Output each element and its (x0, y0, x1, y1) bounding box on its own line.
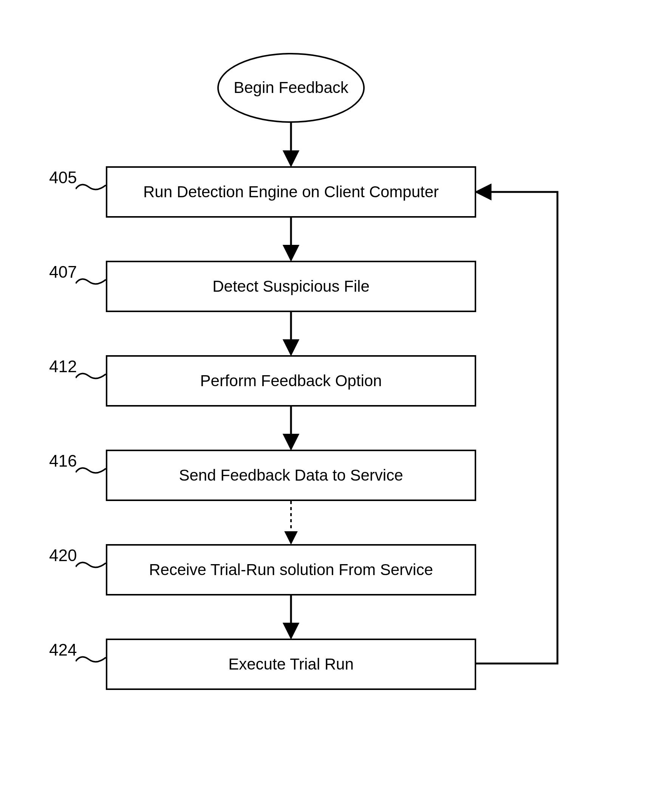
flowchart-canvas: Begin Feedback Run Detection Engine on C… (0, 0, 647, 812)
step-407-ref: 407 (49, 263, 77, 281)
edge-424-405-loop (476, 192, 557, 664)
step-416-leader (76, 463, 106, 478)
step-420-ref: 420 (49, 546, 77, 565)
step-407-text: Detect Suspicious File (212, 277, 370, 296)
step-424-text: Execute Trial Run (228, 655, 354, 674)
step-416-ref: 416 (49, 452, 77, 470)
step-412-ref: 412 (49, 357, 77, 376)
step-424: Execute Trial Run (106, 639, 476, 690)
step-405: Run Detection Engine on Client Computer (106, 166, 476, 218)
step-405-leader (76, 179, 106, 195)
step-420: Receive Trial-Run solution From Service (106, 544, 476, 595)
step-424-ref: 424 (49, 640, 77, 659)
step-420-leader (76, 557, 106, 572)
start-node: Begin Feedback (217, 53, 365, 123)
step-412: Perform Feedback Option (106, 355, 476, 407)
step-407-leader (76, 274, 106, 289)
step-405-ref: 405 (49, 168, 77, 187)
step-416: Send Feedback Data to Service (106, 450, 476, 501)
step-424-leader (76, 652, 106, 667)
step-412-leader (76, 368, 106, 384)
step-407: Detect Suspicious File (106, 261, 476, 312)
step-416-text: Send Feedback Data to Service (179, 466, 403, 485)
start-node-label: Begin Feedback (234, 78, 348, 97)
step-420-text: Receive Trial-Run solution From Service (149, 560, 433, 579)
step-412-text: Perform Feedback Option (200, 371, 382, 390)
step-405-text: Run Detection Engine on Client Computer (143, 183, 439, 201)
